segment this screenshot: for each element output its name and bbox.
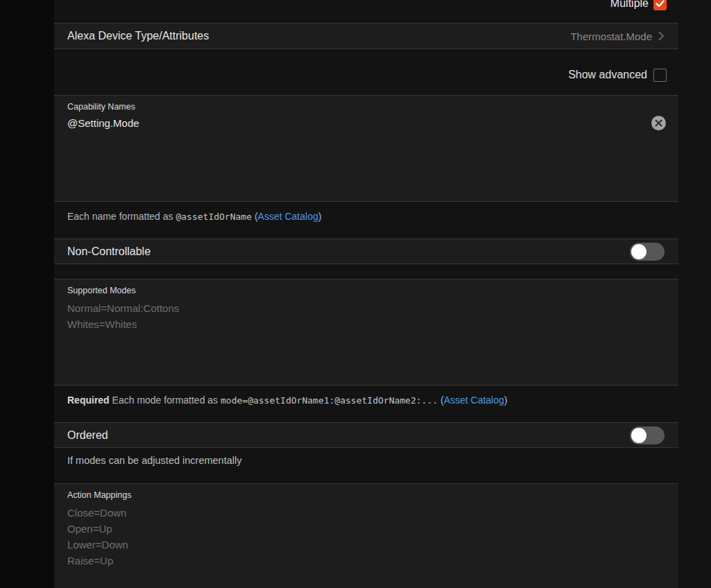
show-advanced-checkbox[interactable] bbox=[653, 69, 667, 82]
spacer bbox=[54, 264, 711, 279]
action-mappings-placeholder-line: Lower=Down bbox=[67, 537, 666, 553]
ordered-toggle[interactable] bbox=[630, 426, 665, 444]
supported-modes-placeholder-line: Normal=Normal:Cottons bbox=[67, 300, 666, 316]
ordered-row: Ordered bbox=[54, 422, 678, 448]
non-controllable-row: Non-Controllable bbox=[54, 239, 678, 264]
chevron-right-icon bbox=[658, 31, 665, 41]
helper-paren-close: ) bbox=[318, 211, 322, 222]
action-mappings-input[interactable]: Action Mappings Close=Down Open=Up Lower… bbox=[54, 483, 678, 588]
circle-x-icon bbox=[655, 119, 662, 127]
helper-paren-open: ( bbox=[438, 395, 444, 406]
checkmark-icon bbox=[656, 0, 665, 8]
show-advanced-label: Show advanced bbox=[568, 69, 647, 81]
capability-names-value: @Setting.Mode bbox=[67, 115, 139, 131]
multiple-row: Multiple bbox=[54, 0, 678, 12]
supported-modes-input[interactable]: Supported Modes Normal=Normal:Cottons Wh… bbox=[54, 279, 678, 386]
device-type-label: Alexa Device Type/Attributes bbox=[67, 30, 209, 42]
device-type-row[interactable]: Alexa Device Type/Attributes Thermostat.… bbox=[54, 23, 678, 49]
required-label: Required bbox=[67, 395, 110, 406]
helper-code: mode=@assetIdOrName1:@assetIdOrName2:... bbox=[221, 395, 438, 406]
supported-modes-helper: Required Each mode formatted as mode=@as… bbox=[54, 386, 678, 422]
capability-helper: Each name formatted as @assetIdOrName (A… bbox=[54, 202, 678, 239]
supported-modes-placeholder-line: Whites=Whites bbox=[67, 316, 666, 332]
action-mappings-placeholder-line: Open=Up bbox=[67, 521, 666, 537]
action-mappings-label: Action Mappings bbox=[67, 490, 666, 501]
ordered-description: If modes can be adjusted incrementally bbox=[54, 448, 678, 483]
asset-catalog-link[interactable]: Asset Catalog bbox=[444, 395, 504, 406]
non-controllable-label: Non-Controllable bbox=[67, 245, 151, 258]
action-mappings-placeholder-line: Close=Down bbox=[67, 505, 666, 521]
helper-text: Each name formatted as bbox=[67, 211, 175, 222]
device-type-value-group: Thermostat.Mode bbox=[570, 31, 665, 42]
helper-code: @assetIdOrName bbox=[175, 211, 252, 222]
non-controllable-toggle[interactable] bbox=[630, 243, 665, 261]
capability-names-label: Capability Names bbox=[67, 101, 666, 113]
asset-catalog-link[interactable]: Asset Catalog bbox=[258, 211, 318, 222]
helper-text: Each mode formatted as bbox=[110, 395, 221, 406]
edit-tray: Multiple Alexa Device Type/Attributes Th… bbox=[54, 0, 711, 588]
helper-paren-open: ( bbox=[252, 211, 258, 222]
toggle-knob bbox=[631, 428, 646, 443]
show-advanced-row: Show advanced bbox=[54, 67, 678, 83]
multiple-label: Multiple bbox=[610, 0, 649, 10]
device-type-value: Thermostat.Mode bbox=[570, 31, 652, 42]
ordered-label: Ordered bbox=[67, 429, 108, 442]
toggle-knob bbox=[631, 244, 646, 259]
action-mappings-placeholder-line: Raise=Up bbox=[67, 553, 666, 569]
helper-paren-close: ) bbox=[504, 395, 508, 406]
capability-names-input[interactable]: Capability Names @Setting.Mode bbox=[54, 95, 678, 202]
supported-modes-label: Supported Modes bbox=[67, 285, 666, 297]
clear-button[interactable] bbox=[651, 116, 666, 130]
multiple-checkbox[interactable] bbox=[653, 0, 667, 10]
